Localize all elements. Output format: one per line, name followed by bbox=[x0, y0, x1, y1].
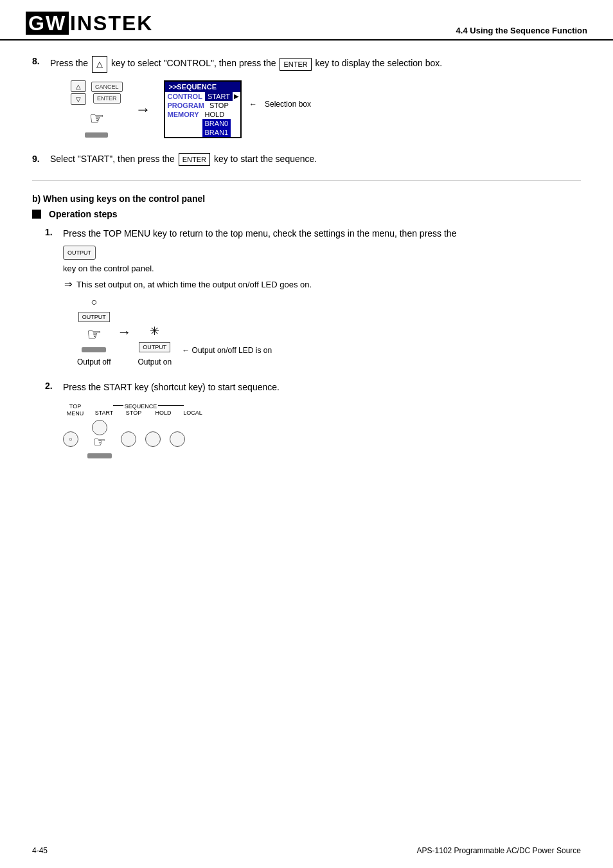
seq-left-0: CONTROL bbox=[165, 92, 205, 101]
op-step-2: 2. Press the START key (shortcut key) to… bbox=[45, 381, 581, 458]
step-9-num: 9. bbox=[32, 154, 46, 164]
op-step-1-num: 1. bbox=[45, 227, 59, 237]
seq-right-2: HOLD bbox=[202, 110, 227, 119]
step-9-text-before: Select "START", then press the bbox=[50, 154, 175, 164]
output-on-item: ✳ OUTPUT Output on bbox=[138, 324, 172, 366]
circle-o-icon: ○ bbox=[91, 296, 97, 308]
seq-popup-row-0: CONTROL START ▶ bbox=[165, 92, 240, 101]
output-off-label: Output off bbox=[77, 357, 111, 366]
step-8-text: Press the △ key to select "CONTROL", the… bbox=[50, 56, 581, 73]
hold-label: HOLD bbox=[153, 410, 173, 416]
enter-key-panel: ENTER bbox=[93, 93, 121, 104]
step-8-line: 8. Press the △ key to select "CONTROL", … bbox=[32, 56, 581, 73]
implies-symbol: ⇒ bbox=[64, 278, 73, 290]
step-9-text-after: key to start the sequence. bbox=[214, 154, 317, 164]
seq-left-4 bbox=[165, 128, 202, 137]
seq-left-3 bbox=[165, 119, 202, 128]
enter-key-step9: ENTER bbox=[179, 153, 210, 167]
start-key-base bbox=[87, 453, 112, 458]
op-step-1: 1. Press the TOP MENU key to return to t… bbox=[45, 227, 581, 366]
op-step-1-text: Press the TOP MENU key to return to the … bbox=[63, 227, 581, 240]
page-header: GWINSTEK 4.4 Using the Sequence Function bbox=[0, 0, 613, 41]
seq-left-1: PROGRAM bbox=[165, 101, 207, 110]
section-title: 4.4 Using the Sequence Function bbox=[456, 26, 587, 35]
footer-title: APS-1102 Programmable AC/DC Power Source bbox=[417, 846, 581, 855]
seq-right-3: BRAN0 bbox=[202, 119, 231, 128]
seq-popup-row-3: BRAN0 bbox=[165, 119, 240, 128]
led-diagram: ○ OUTPUT ☞ Output off → ✳ OUTPUT Output … bbox=[77, 296, 581, 366]
output-key-off: OUTPUT bbox=[78, 312, 110, 322]
seq-bar-left bbox=[113, 405, 123, 406]
sequence-label: SEQUENCE bbox=[125, 403, 157, 410]
key-circles-row: ○ ☞ bbox=[63, 420, 581, 458]
sun-icon: ✳ bbox=[150, 324, 159, 338]
page-footer: 4-45 APS-1102 Programmable AC/DC Power S… bbox=[0, 846, 613, 855]
led-on-label: ← Output on/off LED is on bbox=[182, 346, 272, 355]
seq-right-4: BRAN1 bbox=[202, 128, 231, 137]
led-on-text: Output on/off LED is on bbox=[192, 346, 272, 355]
logo-instek: INSTEK bbox=[70, 12, 153, 35]
seq-right-1: STOP bbox=[207, 101, 231, 110]
output-key-on: OUTPUT bbox=[139, 342, 170, 352]
led-arrow-left: ← bbox=[182, 346, 190, 355]
top-menu-circle: ○ bbox=[63, 431, 78, 447]
op-step-1-text1: Press the TOP MENU key to return to the … bbox=[63, 228, 456, 239]
start-key: ☞ bbox=[87, 420, 112, 458]
logo: GWINSTEK bbox=[26, 12, 153, 35]
step-8-num: 8. bbox=[32, 56, 46, 66]
arrow-step8: → bbox=[136, 100, 151, 118]
hand-icon-start: ☞ bbox=[93, 434, 106, 451]
op-step-2-line: 2. Press the START key (shortcut key) to… bbox=[45, 381, 581, 394]
local-key bbox=[170, 431, 185, 447]
page-number: 4-45 bbox=[32, 846, 48, 855]
step-8: 8. Press the △ key to select "CONTROL", … bbox=[32, 56, 581, 138]
step-9-line: 9. Select "START", then press the ENTER … bbox=[32, 152, 581, 167]
seq-popup-row-2: MEMORY HOLD bbox=[165, 110, 240, 119]
down-key: ▽ bbox=[71, 93, 86, 105]
stop-label: STOP bbox=[123, 410, 144, 416]
stop-circle bbox=[121, 431, 136, 447]
hand-icon-step8: ☞ bbox=[89, 109, 104, 129]
start-label: START bbox=[94, 410, 114, 416]
cancel-key: CANCEL bbox=[91, 82, 123, 92]
seq-left-2: MEMORY bbox=[165, 110, 202, 119]
hold-circle bbox=[145, 431, 161, 447]
seq-popup-title: >>SEQUENCE bbox=[165, 82, 240, 92]
start-circle bbox=[92, 420, 107, 435]
output-key-button: OUTPUT bbox=[63, 246, 96, 260]
operation-steps-label: Operation steps bbox=[49, 209, 118, 219]
up-arrow-key: △ bbox=[92, 56, 107, 73]
local-label: LOCAL bbox=[182, 410, 203, 416]
led-arrow: → bbox=[117, 324, 131, 341]
op-step-1-line: 1. Press the TOP MENU key to return to t… bbox=[45, 227, 581, 240]
step-8-text-before: Press the bbox=[50, 58, 88, 68]
stop-key bbox=[121, 431, 136, 447]
operation-steps-header: Operation steps bbox=[32, 209, 581, 219]
main-content: 8. Press the △ key to select "CONTROL", … bbox=[0, 41, 613, 492]
up-key: △ bbox=[71, 80, 86, 92]
black-square-icon bbox=[32, 210, 41, 219]
top-menu-key: ○ bbox=[63, 431, 78, 447]
op-step-2-num: 2. bbox=[45, 381, 59, 391]
local-circle bbox=[170, 431, 185, 447]
output-key-area: OUTPUT bbox=[63, 246, 581, 260]
seq-popup-area: >>SEQUENCE CONTROL START ▶ PROGRAM STOP … bbox=[164, 80, 311, 138]
section-b-header: b) When using keys on the control panel bbox=[32, 194, 581, 204]
output-on-label: Output on bbox=[138, 357, 172, 366]
step-8-text-mid: key to select "CONTROL", then press the bbox=[111, 58, 276, 68]
hold-key bbox=[145, 431, 161, 447]
step-9-text: Select "START", then press the ENTER key… bbox=[50, 152, 581, 167]
hand-icon-output-off: ☞ bbox=[87, 325, 102, 345]
step-9: 9. Select "START", then press the ENTER … bbox=[32, 152, 581, 167]
step-8-text-after: key to display the selection box. bbox=[315, 58, 443, 68]
control-panel-keys: △ ▽ CANCEL ENTER ☞ bbox=[71, 80, 123, 138]
seq-bar-right bbox=[158, 405, 184, 406]
implies-text: This set output on, at which time the ou… bbox=[76, 280, 312, 289]
selection-box-label-area: ← Selection box bbox=[249, 100, 311, 109]
op-step-1-text2: key on the control panel. bbox=[63, 264, 581, 273]
seq-keys-diagram: TOPMENU SEQUENCE START STOP HOLD LOCAL bbox=[63, 403, 581, 458]
op-step-2-text: Press the START key (shortcut key) to st… bbox=[63, 381, 581, 394]
seq-popup-row-1: PROGRAM STOP bbox=[165, 101, 240, 110]
seq-right-0: START bbox=[205, 92, 233, 101]
top-menu-label: TOPMENU bbox=[63, 403, 87, 417]
